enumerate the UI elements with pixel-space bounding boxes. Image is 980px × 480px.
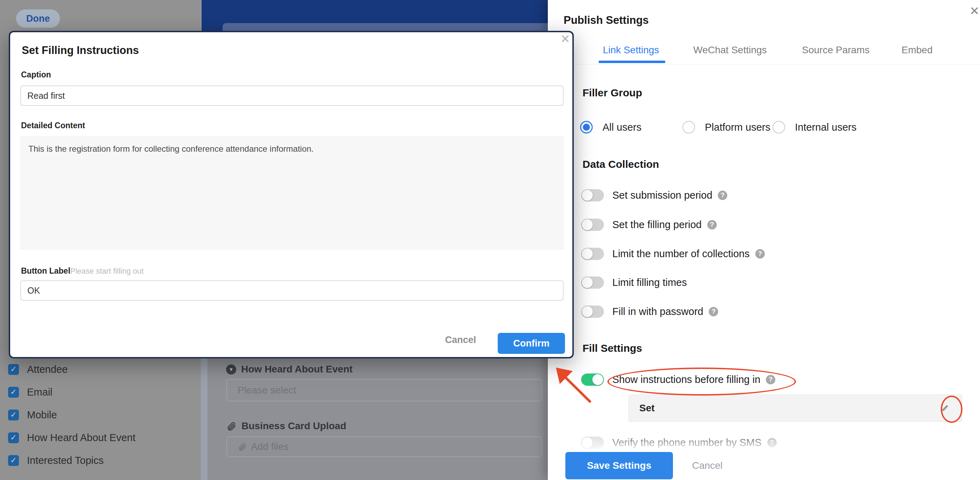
modal-title: Set Filling Instructions	[22, 44, 139, 57]
radio-unselected-icon[interactable]	[773, 121, 785, 134]
detailed-content-textarea[interactable]: This is the registration form for collec…	[20, 137, 563, 250]
toggle-on[interactable]	[581, 374, 604, 386]
help-icon[interactable]: ?	[707, 220, 717, 229]
toggle-off[interactable]	[581, 248, 604, 260]
radio-unselected-icon[interactable]	[682, 121, 695, 134]
detailed-content-label: Detailed Content	[21, 121, 85, 130]
toggle-label: Limit the number of collections	[612, 248, 750, 260]
radio-label: Platform users	[705, 122, 770, 133]
sidebar-field-interested-topics[interactable]: ✓ Interested Topics	[8, 455, 104, 466]
annotation-oval-show-instructions	[608, 367, 796, 396]
sidebar-field-label: Interested Topics	[27, 455, 104, 466]
sidebar-field-label: Email	[27, 386, 52, 398]
tab-embed[interactable]: Embed	[902, 45, 933, 56]
instructions-set-row[interactable]: Set	[628, 394, 962, 422]
button-label-input[interactable]	[20, 280, 563, 300]
sidebar-field-email[interactable]: ✓ Email	[8, 386, 52, 398]
tab-source-params[interactable]: Source Params	[802, 45, 870, 56]
publish-settings-panel: Publish Settings ✕ Link Settings WeChat …	[548, 0, 980, 480]
set-filling-instructions-modal: Set Filling Instructions ✕ Caption Detai…	[9, 31, 574, 358]
sidebar-field-label: Mobile	[27, 409, 57, 421]
bg-select-input[interactable]: Please select	[226, 379, 542, 402]
toggle-label: Limit filling times	[612, 277, 687, 288]
toggle-row-limit-filling-times: Limit filling times	[581, 275, 687, 289]
toggle-off[interactable]	[581, 277, 604, 289]
checkbox-checked-icon[interactable]: ✓	[8, 410, 19, 420]
panel-title: Publish Settings	[563, 14, 649, 27]
bg-select-field-title: How Heard About Event	[241, 364, 353, 375]
sidebar-field-label: How Heard About Event	[27, 432, 136, 443]
radio-selected-icon[interactable]	[580, 121, 593, 134]
checkbox-checked-icon[interactable]: ✓	[8, 432, 19, 443]
bg-upload-field-label: Business Card Upload	[226, 420, 346, 432]
data-collection-heading: Data Collection	[582, 158, 659, 170]
bg-select-placeholder: Please select	[238, 385, 296, 396]
button-label-row: Button LabelPlease start filling out	[21, 266, 144, 276]
sidebar-field-how-heard[interactable]: ✓ How Heard About Event	[8, 432, 136, 443]
paperclip-icon	[226, 421, 237, 431]
radio-platform-users[interactable]: Platform users	[682, 121, 770, 134]
toggle-off[interactable]	[581, 219, 604, 231]
help-icon[interactable]: ?	[755, 249, 765, 259]
panel-close-icon[interactable]: ✕	[969, 5, 980, 17]
toggle-label: Set the filling period	[612, 219, 702, 230]
fill-settings-heading: Fill Settings	[582, 342, 642, 354]
active-tab-underline	[599, 60, 665, 63]
sidebar-field-label: Attendee	[27, 364, 68, 375]
filler-group-heading: Filler Group	[582, 87, 642, 99]
button-label-label: Button Label	[21, 266, 70, 275]
modal-cancel-button[interactable]: Cancel	[441, 329, 480, 350]
bg-select-field-label: ▾ How Heard About Event	[226, 364, 353, 375]
radio-all-users[interactable]: All users	[580, 121, 641, 134]
annotation-circle-pencil	[941, 396, 963, 423]
toggle-row-limit-collections: Limit the number of collections ?	[581, 247, 765, 261]
bg-upload-field-title: Business Card Upload	[242, 420, 346, 432]
bg-upload-placeholder: Add files	[251, 441, 288, 452]
done-button[interactable]: Done	[16, 10, 60, 28]
help-icon[interactable]: ?	[709, 307, 718, 316]
checkbox-checked-icon[interactable]: ✓	[8, 455, 19, 466]
toggle-row-submission-period: Set submission period ?	[581, 188, 727, 202]
modal-confirm-button[interactable]: Confirm	[498, 333, 565, 354]
toggle-off[interactable]	[581, 305, 604, 318]
bg-upload-input[interactable]: Add files	[226, 436, 542, 457]
button-label-hint: Please start filling out	[70, 267, 144, 275]
checkbox-checked-icon[interactable]: ✓	[8, 364, 19, 375]
caption-input[interactable]	[20, 86, 563, 106]
caption-label: Caption	[21, 70, 51, 79]
toggle-row-password: Fill in with password ?	[581, 304, 718, 318]
tab-wechat-settings[interactable]: WeChat Settings	[693, 45, 767, 56]
modal-close-icon[interactable]: ✕	[560, 33, 571, 45]
checkbox-checked-icon[interactable]: ✓	[8, 387, 19, 398]
toggle-off[interactable]	[581, 189, 604, 202]
save-settings-button[interactable]: Save Settings	[565, 452, 673, 479]
toggle-row-filling-period: Set the filling period ?	[581, 218, 717, 232]
sidebar-field-attendee[interactable]: ✓ Attendee	[8, 363, 68, 375]
sidebar-field-mobile[interactable]: ✓ Mobile	[8, 409, 57, 421]
radio-label: Internal users	[795, 122, 857, 133]
toggle-label: Fill in with password	[612, 306, 703, 318]
tab-link-settings[interactable]: Link Settings	[603, 45, 659, 56]
dropdown-field-icon: ▾	[226, 364, 236, 375]
help-icon[interactable]: ?	[718, 191, 727, 200]
panel-cancel-button[interactable]: Cancel	[684, 452, 730, 479]
radio-label: All users	[603, 122, 641, 133]
radio-internal-users[interactable]: Internal users	[773, 121, 857, 134]
screen: Done ✓ Attendee ✓ Email ✓ Mobile ✓ How H…	[0, 0, 980, 480]
set-label: Set	[639, 402, 655, 414]
paperclip-icon	[238, 442, 247, 451]
toggle-label: Set submission period	[612, 189, 712, 201]
